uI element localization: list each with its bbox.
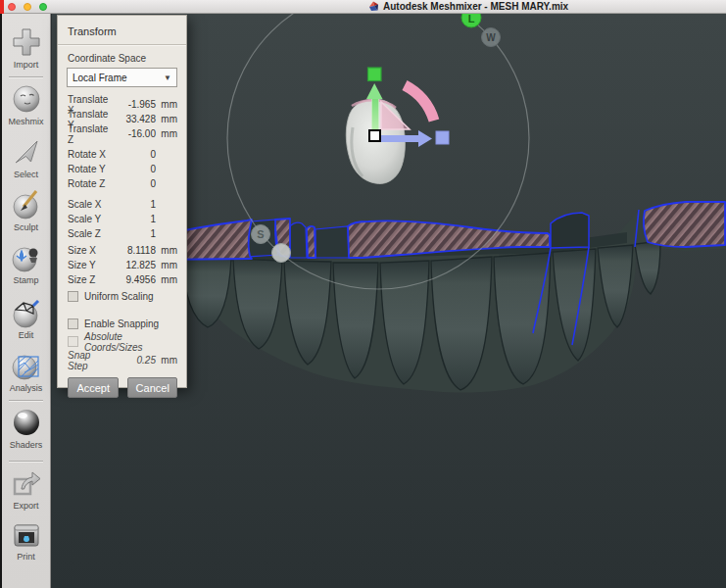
extraction-slot bbox=[315, 226, 349, 258]
sphere-stamp-icon bbox=[2, 241, 50, 274]
uniform-scaling-label: Uniform Scaling bbox=[84, 291, 154, 302]
size-y-value[interactable]: 12.825 bbox=[111, 260, 156, 270]
enable-snapping-checkbox[interactable] bbox=[68, 318, 78, 329]
sidebar-item-meshmix[interactable]: Meshmix bbox=[2, 82, 50, 126]
sidebar-item-analysis[interactable]: Analysis bbox=[2, 349, 50, 393]
sphere-wireframe-pencil-icon bbox=[2, 296, 50, 329]
meshmixer-window: Autodesk Meshmixer - MESH MARY.mix bbox=[0, 0, 726, 588]
rotate-x-value[interactable]: 0 bbox=[111, 149, 156, 160]
uniform-scaling-row: Uniform Scaling bbox=[67, 289, 177, 304]
sidebar-separator bbox=[9, 400, 43, 401]
title-bar: Autodesk Meshmixer - MESH MARY.mix bbox=[0, 0, 726, 14]
rotate-y-value[interactable]: 0 bbox=[111, 164, 156, 174]
panel-title: Transform bbox=[68, 25, 177, 37]
chevron-down-icon: ▼ bbox=[164, 74, 171, 82]
absolute-coords-row: Absolute Coords/Sizes bbox=[67, 334, 177, 349]
enable-snapping-label: Enable Snapping bbox=[84, 318, 159, 329]
translate-y-value[interactable]: 33.428 bbox=[111, 114, 156, 124]
rotate-y-row: Rotate Y 0 bbox=[67, 162, 177, 176]
window-controls bbox=[8, 3, 47, 11]
sidebar-item-select[interactable]: Select bbox=[2, 135, 50, 179]
scale-z-value[interactable]: 1 bbox=[111, 228, 156, 239]
sidebar-item-export[interactable]: Export bbox=[2, 466, 50, 511]
translate-z-value[interactable]: -16.00 bbox=[111, 128, 156, 139]
screen-frame-badge-label: S bbox=[257, 228, 264, 240]
scale-z-row: Scale Z 1 bbox=[67, 226, 177, 241]
size-y-row: Size Y 12.825 mm bbox=[67, 258, 177, 272]
snap-step-label: Snap Step bbox=[67, 350, 111, 371]
panel-separator bbox=[58, 44, 186, 45]
printer-icon bbox=[2, 517, 50, 551]
zoom-button[interactable] bbox=[39, 3, 47, 11]
sphere-brush-icon bbox=[2, 188, 50, 221]
enable-snapping-row: Enable Snapping bbox=[67, 317, 177, 331]
sidebar-item-label: Shaders bbox=[2, 440, 50, 450]
transform-panel: Transform Coordinate Space Local Frame ▼… bbox=[57, 15, 187, 388]
rotate-z-value[interactable]: 0 bbox=[111, 178, 156, 189]
translate-z-row: Translate Z -16.00 mm bbox=[67, 126, 177, 141]
coordinate-space-value: Local Frame bbox=[73, 73, 164, 83]
frame-badge-highlighted[interactable] bbox=[272, 244, 291, 263]
sidebar-separator bbox=[9, 76, 43, 77]
scale-x-row: Scale X 1 bbox=[67, 197, 177, 212]
sidebar-item-edit[interactable]: Edit bbox=[2, 296, 50, 340]
size-x-value[interactable]: 8.1118 bbox=[111, 245, 156, 256]
uniform-scaling-checkbox[interactable] bbox=[68, 291, 78, 302]
sidebar-item-label: Sculpt bbox=[2, 222, 50, 232]
cancel-button[interactable]: Cancel bbox=[127, 377, 177, 398]
size-z-row: Size Z 9.4956 mm bbox=[67, 272, 177, 287]
translate-x-value[interactable]: -1.965 bbox=[111, 99, 156, 110]
extraction-slot bbox=[289, 222, 307, 258]
sphere-mesh-icon bbox=[2, 349, 50, 382]
size-x-row: Size X 8.1118 mm bbox=[67, 243, 177, 258]
rotate-x-row: Rotate X 0 bbox=[67, 147, 177, 162]
sidebar-separator bbox=[9, 461, 43, 462]
sidebar-item-import[interactable]: Import bbox=[2, 25, 50, 70]
size-z-value[interactable]: 9.4956 bbox=[111, 274, 156, 285]
dart-arrow-icon bbox=[2, 135, 50, 169]
sidebar-item-shaders[interactable]: Shaders bbox=[2, 406, 50, 450]
absolute-coords-checkbox[interactable] bbox=[68, 336, 78, 347]
sidebar-item-label: Export bbox=[2, 501, 50, 511]
sidebar-item-label: Import bbox=[2, 60, 50, 70]
origin-handle[interactable] bbox=[369, 130, 380, 141]
tool-sidebar: Import Meshmix bbox=[2, 14, 51, 588]
sidebar-item-label: Analysis bbox=[2, 383, 50, 393]
scale-y-row: Scale Y 1 bbox=[67, 212, 177, 226]
scale-y-value[interactable]: 1 bbox=[111, 214, 156, 224]
y-scale-handle[interactable] bbox=[368, 68, 382, 81]
local-frame-badge-label: L bbox=[468, 14, 475, 24]
app-icon bbox=[368, 0, 379, 16]
sidebar-item-stamp[interactable]: Stamp bbox=[2, 241, 50, 285]
glossy-sphere-icon bbox=[2, 406, 50, 439]
scale-x-value[interactable]: 1 bbox=[111, 199, 156, 210]
accept-button[interactable]: Accept bbox=[68, 377, 119, 398]
close-button[interactable] bbox=[8, 3, 16, 11]
coordinate-space-label: Coordinate Space bbox=[68, 53, 177, 64]
sidebar-item-label: Print bbox=[2, 552, 50, 562]
sidebar-item-print[interactable]: Print bbox=[2, 517, 50, 562]
sidebar-item-label: Select bbox=[2, 170, 50, 179]
snap-step-row: Snap Step 0.25 mm bbox=[67, 353, 177, 368]
export-arrow-icon bbox=[2, 466, 50, 500]
x-scale-handle[interactable] bbox=[436, 131, 449, 144]
coordinate-space-dropdown[interactable]: Local Frame ▼ bbox=[67, 68, 177, 87]
rotate-z-row: Rotate Z 0 bbox=[67, 176, 177, 191]
sidebar-item-label: Meshmix bbox=[2, 117, 50, 126]
sidebar-item-label: Edit bbox=[2, 330, 50, 340]
plus-icon bbox=[2, 25, 50, 59]
sphere-face-icon bbox=[2, 82, 50, 116]
sidebar-item-sculpt[interactable]: Sculpt bbox=[2, 188, 50, 232]
screen-edge-strip bbox=[0, 0, 4, 14]
sidebar-item-label: Stamp bbox=[2, 275, 50, 285]
minimize-button[interactable] bbox=[24, 3, 31, 11]
window-title: Autodesk Meshmixer - MESH MARY.mix bbox=[383, 1, 568, 12]
snap-step-value[interactable]: 0.25 bbox=[111, 355, 156, 366]
world-frame-badge-label: W bbox=[486, 32, 496, 43]
